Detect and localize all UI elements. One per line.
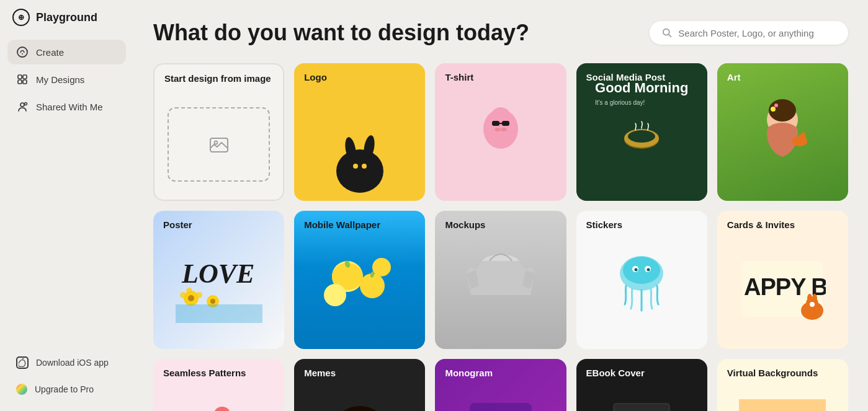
svg-rect-43 <box>176 304 262 323</box>
svg-point-48 <box>372 258 391 276</box>
svg-point-7 <box>25 103 27 105</box>
card-mockups[interactable]: Mockups <box>435 211 566 348</box>
svg-point-63 <box>810 302 815 307</box>
svg-point-61 <box>807 294 812 303</box>
svg-point-47 <box>324 284 346 306</box>
svg-point-38 <box>196 292 202 298</box>
card-label-virtual-bg: Virtual Backgrounds <box>727 368 818 378</box>
card-label-seamless: Seamless Patterns <box>163 368 246 378</box>
logo-icon: ⊕ <box>12 9 30 26</box>
card-tshirt[interactable]: T-shirt <box>435 63 566 201</box>
svg-point-62 <box>812 294 817 303</box>
shared-icon <box>16 100 29 113</box>
card-art[interactable]: Art <box>717 63 848 201</box>
gm-subtitle: It's a glorious day! <box>595 99 688 106</box>
search-icon <box>662 27 672 38</box>
card-label-stickers: Stickers <box>586 219 622 230</box>
card-social-media[interactable]: Social Media Post Good Morning It's a gl… <box>576 63 707 201</box>
svg-rect-3 <box>23 75 27 79</box>
sidebar-bottom: Download iOS app Upgrade to Pro <box>7 340 126 411</box>
sidebar-nav: Create My Designs Shared <box>7 40 126 340</box>
card-label-start-image: Start design from image <box>164 73 271 84</box>
svg-point-27 <box>628 130 655 143</box>
mockup-illustration <box>463 239 538 320</box>
search-input[interactable] <box>678 28 836 38</box>
sidebar-item-create[interactable]: Create <box>7 40 126 64</box>
card-logo[interactable]: Logo <box>294 63 425 201</box>
stickers-illustration <box>601 239 682 320</box>
wallpaper-illustration <box>316 239 403 320</box>
memes-illustration: SLAY <box>326 402 394 411</box>
search-bar[interactable] <box>650 21 848 45</box>
upgrade-pro-button[interactable]: Upgrade to Pro <box>7 378 126 401</box>
card-virtual-bg[interactable]: Virtual Backgrounds <box>717 359 848 411</box>
svg-point-34 <box>774 104 778 107</box>
svg-rect-2 <box>18 75 22 79</box>
svg-point-37 <box>186 288 192 294</box>
svg-point-32 <box>802 132 805 138</box>
halloween-illustration <box>739 399 826 411</box>
card-memes[interactable]: Memes SLAY <box>294 359 425 411</box>
svg-rect-5 <box>23 80 27 84</box>
card-label-memes: Memes <box>304 368 336 378</box>
tshirt-illustration <box>463 95 538 169</box>
svg-rect-90 <box>739 399 826 411</box>
card-cards-invites[interactable]: Cards & Invites APPY BIRTHD <box>717 211 848 348</box>
my-designs-icon <box>16 73 29 86</box>
svg-point-6 <box>20 103 24 107</box>
svg-point-66 <box>213 407 231 411</box>
svg-point-15 <box>353 164 358 169</box>
app-logo: ⊕ Playground <box>7 0 126 35</box>
sidebar-item-my-designs[interactable]: My Designs <box>7 67 126 92</box>
upload-placeholder <box>154 64 283 200</box>
svg-point-1 <box>22 53 23 55</box>
svg-point-39 <box>180 292 186 298</box>
card-label-social: Social Media Post <box>586 72 666 82</box>
card-label-ebook: EBook Cover <box>586 368 645 378</box>
svg-point-10 <box>214 141 217 144</box>
svg-point-52 <box>623 257 660 284</box>
download-ios-button[interactable]: Download iOS app <box>7 350 126 375</box>
sidebar: ⊕ Playground Create <box>0 0 133 411</box>
art-illustration <box>745 92 820 172</box>
svg-point-40 <box>188 295 194 301</box>
bowl-icon <box>617 115 666 152</box>
svg-point-17 <box>356 170 364 175</box>
card-label-mockups: Mockups <box>445 219 485 230</box>
svg-point-55 <box>635 268 638 272</box>
svg-point-56 <box>647 268 650 272</box>
card-mobile-wallpaper[interactable]: Mobile Wallpaper <box>294 211 425 348</box>
main-header: What do you want to design today? <box>153 20 848 46</box>
card-monogram[interactable]: Monogram A <box>435 359 566 411</box>
svg-rect-84 <box>614 404 669 411</box>
cards-grid: Start design from image Logo <box>153 63 848 411</box>
download-ios-label: Download iOS app <box>36 358 109 368</box>
dashed-upload-box <box>168 107 271 182</box>
card-poster[interactable]: Poster LOVE <box>153 211 284 348</box>
card-start-image[interactable]: Start design from image <box>153 63 284 201</box>
card-stickers[interactable]: Stickers <box>576 211 707 348</box>
card-label-tshirt: T-shirt <box>445 72 473 82</box>
svg-point-23 <box>494 128 501 131</box>
card-seamless-patterns[interactable]: Seamless Patterns <box>153 359 284 411</box>
main-content: What do you want to design today? Start … <box>133 0 868 411</box>
page-title: What do you want to design today? <box>153 20 529 46</box>
svg-point-16 <box>362 164 367 169</box>
sidebar-item-shared[interactable]: Shared With Me <box>7 94 126 119</box>
upgrade-pro-label: Upgrade to Pro <box>35 384 94 394</box>
ebook-illustration: LATE NIGHT POEMS BY DANILA <box>611 400 673 411</box>
gm-title: Good Morning <box>595 81 688 95</box>
svg-point-14 <box>344 154 375 182</box>
svg-text:A: A <box>470 406 510 411</box>
card-ebook[interactable]: EBook Cover LATE NIGHT POEMS BY DANILA <box>576 359 707 411</box>
card-label-logo: Logo <box>304 72 327 82</box>
sidebar-item-label-shared: Shared With Me <box>36 102 103 112</box>
svg-point-0 <box>17 47 27 57</box>
card-label-art: Art <box>727 72 741 82</box>
gm-card-content: Good Morning It's a glorious day! <box>585 71 698 193</box>
card-label-poster: Poster <box>163 219 192 230</box>
svg-point-19 <box>490 107 512 132</box>
svg-point-42 <box>210 299 215 304</box>
svg-point-33 <box>771 107 776 112</box>
create-icon <box>16 46 29 58</box>
